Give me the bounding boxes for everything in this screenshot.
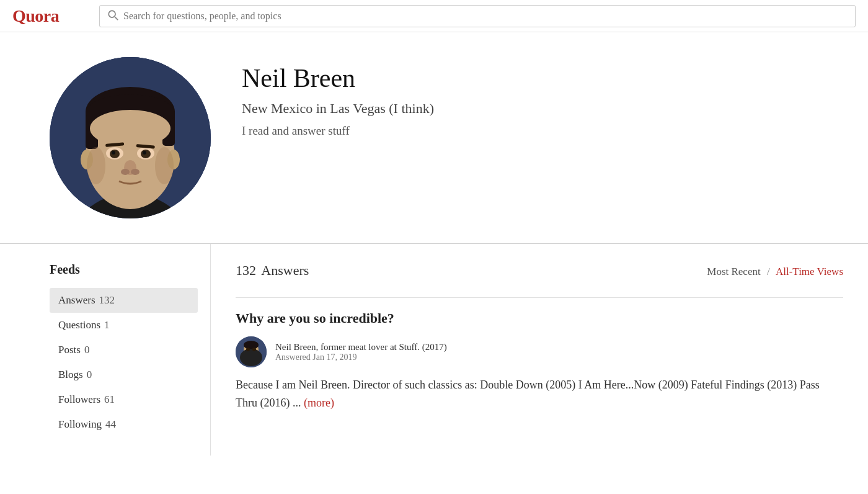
svg-point-0 (108, 11, 115, 17)
answer-date: Answered Jan 17, 2019 (275, 353, 447, 362)
sort-all-time-views[interactable]: All-Time Views (776, 266, 843, 277)
sidebar: Feeds Answers 132 Questions 1 Posts 0 (0, 244, 211, 456)
svg-point-30 (246, 348, 250, 351)
more-link[interactable]: (more) (304, 397, 334, 409)
svg-point-16 (143, 151, 146, 155)
profile-avatar (50, 57, 211, 218)
sidebar-item-posts[interactable]: Posts 0 (50, 338, 198, 362)
sidebar-item-answers[interactable]: Answers 132 (50, 288, 198, 313)
answer-count: 132 (236, 263, 256, 278)
sidebar-item-blogs[interactable]: Blogs 0 (50, 362, 198, 387)
profile-section: Neil Breen New Mexico in Las Vegas (I th… (0, 32, 868, 243)
answer-item: Why are you so incredible? (236, 297, 843, 412)
search-bar (99, 5, 856, 27)
answer-author-info: Neil Breen, former meat lover at Stuff. … (275, 342, 447, 362)
sort-most-recent[interactable]: Most Recent (707, 266, 760, 277)
answer-author-avatar (236, 336, 267, 367)
profile-bio: I read and answer stuff (242, 124, 818, 138)
profile-name: Neil Breen (242, 63, 818, 93)
sidebar-item-questions[interactable]: Questions 1 (50, 313, 198, 338)
sidebar-item-followers[interactable]: Followers 61 (50, 387, 198, 412)
svg-point-10 (90, 110, 170, 147)
quora-logo[interactable]: Quora (12, 6, 87, 26)
profile-info: Neil Breen New Mexico in Las Vegas (I th… (242, 57, 818, 138)
svg-point-31 (252, 348, 256, 351)
svg-point-15 (112, 151, 115, 155)
sort-separator: / (767, 266, 770, 277)
header: Quora (0, 0, 868, 32)
answer-question[interactable]: Why are you so incredible? (236, 310, 843, 326)
answer-author-name[interactable]: Neil Breen, former meat lover at Stuff. … (275, 342, 447, 353)
content-header: 132 Answers Most Recent / All-Time Views (236, 263, 843, 279)
sidebar-nav: Answers 132 Questions 1 Posts 0 Blogs (50, 288, 198, 437)
search-input[interactable] (123, 11, 848, 22)
svg-point-29 (240, 349, 262, 366)
answer-meta: Neil Breen, former meat lover at Stuff. … (236, 336, 843, 367)
svg-point-24 (87, 147, 105, 184)
answers-label: Answers (261, 263, 309, 278)
svg-point-28 (244, 341, 259, 349)
answer-body: Because I am Neil Breen. Director of suc… (236, 376, 843, 412)
content-title: 132 Answers (236, 263, 309, 279)
svg-line-1 (115, 17, 118, 20)
sidebar-item-following[interactable]: Following 44 (50, 412, 198, 437)
feeds-title: Feeds (50, 263, 198, 277)
svg-point-25 (155, 147, 174, 184)
svg-point-21 (131, 169, 140, 175)
profile-location: New Mexico in Las Vegas (I think) (242, 101, 818, 117)
sort-links: Most Recent / All-Time Views (707, 266, 843, 278)
search-icon (107, 9, 118, 23)
content-area: 132 Answers Most Recent / All-Time Views… (211, 244, 868, 456)
main-content: Feeds Answers 132 Questions 1 Posts 0 (0, 244, 868, 456)
svg-point-20 (121, 169, 130, 175)
